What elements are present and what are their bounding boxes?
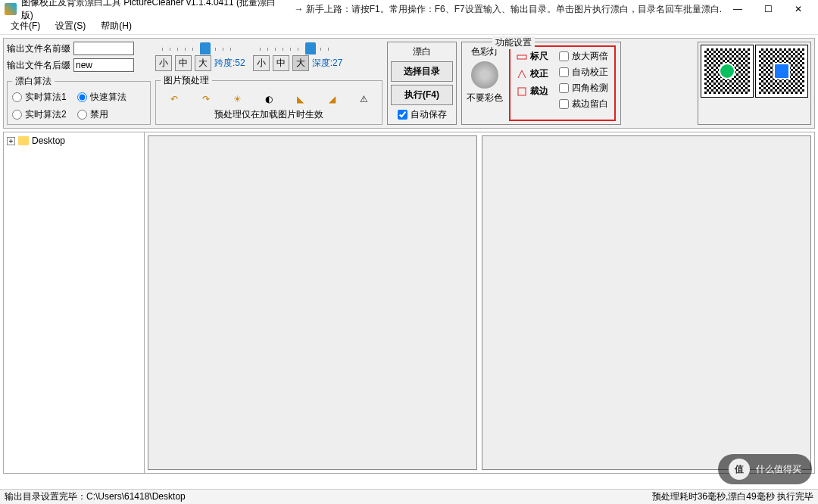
watermark-icon: 值 — [729, 459, 750, 480]
crop-button[interactable]: 裁边 — [530, 85, 548, 98]
span-size-small[interactable]: 小 — [155, 55, 172, 71]
cropmargin-checkbox[interactable] — [559, 99, 569, 109]
prefix-input[interactable] — [73, 42, 134, 55]
algo-legend: 漂白算法 — [12, 75, 55, 88]
depth-size-small[interactable]: 小 — [253, 55, 270, 71]
status-right: 预处理耗时36毫秒,漂白49毫秒 执行完毕 — [652, 490, 813, 503]
tree-item-desktop[interactable]: + Desktop — [7, 135, 141, 146]
bleach-legend: 漂白 — [413, 45, 431, 58]
tree-expand-icon[interactable]: + — [7, 137, 15, 145]
wechat-qr-icon[interactable] — [701, 45, 753, 97]
span-slider[interactable] — [162, 42, 238, 55]
bleach-section: 漂白 选择目录 执行(F4) 自动保存 — [387, 42, 457, 125]
menu-settings[interactable]: 设置(S) — [48, 18, 93, 34]
feature-settings-section: 功能设置 色彩灯 不要彩色 标尺 校正 裁边 放大两倍 自动校正 四角检测 裁边… — [461, 42, 621, 125]
qr-section — [698, 42, 811, 125]
fourcorner-checkbox[interactable] — [559, 83, 569, 93]
span-value-label: 跨度:52 — [214, 57, 245, 70]
span-size-large[interactable]: 大 — [195, 55, 211, 71]
suffix-label: 输出文件名后缀 — [7, 59, 70, 72]
svg-rect-0 — [517, 55, 526, 59]
correct-button[interactable]: 校正 — [530, 67, 548, 80]
minimize-button[interactable]: — — [723, 0, 753, 18]
title-hint: → 新手上路：请按F1。常用操作：F6、F7设置输入、输出目录。单击图片执行漂白… — [294, 3, 723, 16]
preproc-legend: 图片预处理 — [161, 74, 212, 87]
warning-icon[interactable]: ⚠ — [357, 93, 370, 105]
menu-file[interactable]: 文件(F) — [3, 18, 48, 34]
autosave-checkbox[interactable] — [398, 110, 407, 120]
flip-v-icon[interactable]: ◢ — [326, 93, 338, 105]
ruler-button[interactable]: 标尺 — [530, 50, 548, 63]
radio-fast[interactable] — [77, 92, 87, 102]
depth-value-label: 深度:27 — [312, 57, 343, 70]
radio-realtime2[interactable] — [12, 110, 22, 120]
toolbar: 输出文件名前缀 输出文件名后缀 漂白算法 实时算法1 实时算法2 快速算法 禁用 — [3, 38, 815, 129]
watermark-text: 什么值得买 — [756, 463, 801, 476]
algo-fieldset: 漂白算法 实时算法1 实时算法2 快速算法 禁用 — [7, 75, 151, 125]
tools-highlight-box: 标尺 校正 裁边 放大两倍 自动校正 四角检测 裁边留白 — [509, 45, 616, 121]
ruler-icon — [517, 51, 527, 62]
preproc-note: 预处理仅在加载图片时生效 — [161, 108, 377, 121]
select-dir-button[interactable]: 选择目录 — [391, 61, 453, 82]
depth-slider[interactable] — [260, 42, 336, 55]
rotate-left-icon[interactable]: ↶ — [168, 93, 180, 105]
title-bar: 图像校正及背景漂白工具 PictureCleaner v1.1.4.0411 (… — [0, 0, 818, 18]
depth-size-large[interactable]: 大 — [292, 55, 309, 71]
prefix-label: 输出文件名前缀 — [7, 42, 70, 55]
menu-help[interactable]: 帮助(H) — [93, 18, 139, 34]
depth-size-medium[interactable]: 中 — [273, 55, 289, 71]
color-indicator[interactable] — [471, 61, 498, 89]
status-bar: 输出目录设置完毕：C:\Users\61418\Desktop 预处理耗时36毫… — [0, 489, 818, 504]
menu-bar: 文件(F) 设置(S) 帮助(H) — [0, 18, 818, 35]
autocorrect-checkbox[interactable] — [559, 67, 569, 77]
radio-disable[interactable] — [77, 110, 87, 120]
contrast-icon[interactable]: ◐ — [263, 93, 275, 105]
maximize-button[interactable]: ☐ — [753, 0, 783, 18]
crop-icon — [517, 86, 527, 97]
app-icon — [5, 3, 17, 15]
close-button[interactable]: ✕ — [783, 0, 813, 18]
folder-icon — [18, 136, 29, 145]
file-tree[interactable]: + Desktop — [4, 132, 145, 473]
preview-pane-left[interactable] — [148, 135, 477, 470]
feature-legend: 功能设置 — [492, 36, 535, 49]
enlarge-checkbox[interactable] — [559, 51, 569, 61]
watermark: 值 什么值得买 — [718, 454, 812, 484]
radio-realtime1[interactable] — [12, 92, 22, 102]
svg-rect-1 — [518, 88, 526, 95]
nocolor-label: 不要彩色 — [467, 92, 503, 104]
status-left: 输出目录设置完毕：C:\Users\61418\Desktop — [5, 490, 186, 503]
preview-pane-right[interactable] — [482, 135, 811, 470]
flip-h-icon[interactable]: ◣ — [295, 93, 307, 105]
tree-item-label: Desktop — [32, 135, 65, 146]
execute-button[interactable]: 执行(F4) — [391, 85, 453, 105]
main-area: + Desktop — [3, 132, 815, 474]
suffix-input[interactable] — [73, 58, 134, 72]
rotate-right-icon[interactable]: ↷ — [200, 93, 212, 105]
correct-icon — [517, 69, 527, 79]
alipay-qr-icon[interactable] — [756, 45, 807, 97]
preproc-fieldset: 图片预处理 ↶ ↷ ☀ ◐ ◣ ◢ ⚠ 预处理仅在加载图片时生效 — [155, 74, 382, 125]
brightness-icon[interactable]: ☀ — [231, 93, 243, 105]
span-size-medium[interactable]: 中 — [175, 55, 192, 71]
